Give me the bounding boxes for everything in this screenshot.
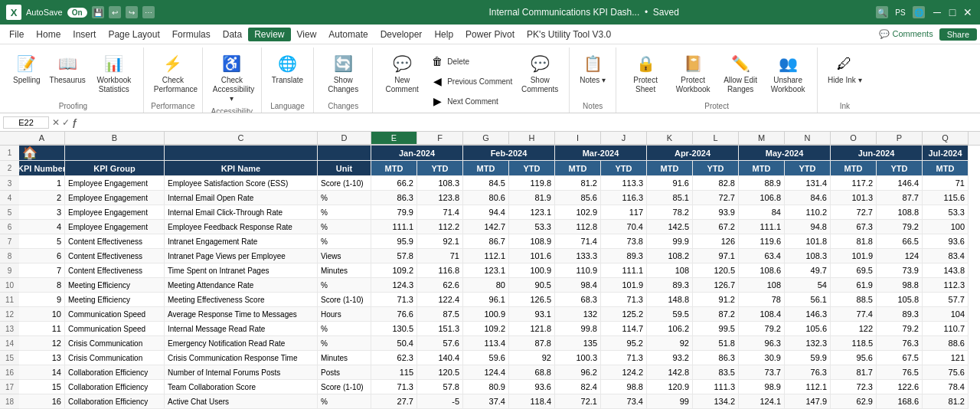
cell-val-9[interactable]: 54 bbox=[785, 278, 831, 292]
restore-button[interactable]: □ bbox=[946, 6, 959, 18]
cell-val-6[interactable]: 142.5 bbox=[647, 220, 693, 234]
protect-sheet-button[interactable]: 🔒 Protect Sheet bbox=[622, 49, 668, 97]
col-header-d[interactable]: D bbox=[318, 132, 371, 145]
cell-val-7[interactable]: 83.5 bbox=[693, 365, 739, 379]
cell-val-7[interactable]: 93.9 bbox=[693, 205, 739, 219]
cell-val-7[interactable]: 91.2 bbox=[693, 293, 739, 306]
cell-val-12[interactable]: 143.8 bbox=[923, 263, 969, 277]
cell-val-2[interactable]: 124.4 bbox=[463, 365, 509, 379]
cell-unit[interactable]: % bbox=[318, 394, 371, 408]
menu-insert[interactable]: Insert bbox=[67, 28, 102, 41]
cell-val-9[interactable]: 84.6 bbox=[785, 191, 831, 204]
cell-val-12[interactable]: 93.6 bbox=[923, 234, 969, 248]
cell-val-11[interactable]: 76.5 bbox=[877, 365, 923, 379]
cell-val-10[interactable]: 67.3 bbox=[831, 220, 877, 234]
cell-kpi-group[interactable]: Employee Engagement bbox=[65, 220, 165, 234]
redo-icon[interactable]: ↪ bbox=[126, 6, 138, 18]
header-jul-mtd[interactable]: MTD bbox=[923, 161, 969, 175]
cell-val-12[interactable]: 112.3 bbox=[923, 278, 969, 292]
cell-unit[interactable]: Score (1-10) bbox=[318, 293, 371, 306]
cell-unit[interactable]: % bbox=[318, 322, 371, 335]
cell-val-12[interactable]: 57.7 bbox=[923, 293, 969, 306]
cell-kpi-group[interactable]: Employee Engagement bbox=[65, 205, 165, 219]
cell-val-7[interactable]: 82.8 bbox=[693, 176, 739, 190]
cell-kpi-num[interactable]: 4 bbox=[19, 220, 65, 234]
cell-unit[interactable]: % bbox=[318, 234, 371, 248]
cell-val-6[interactable]: 89.3 bbox=[647, 278, 693, 292]
cell-val-1[interactable]: 71.4 bbox=[417, 205, 463, 219]
cell-val-5[interactable]: 70.4 bbox=[601, 220, 647, 234]
cell-val-7[interactable]: 126 bbox=[693, 234, 739, 248]
user-avatar[interactable]: PS bbox=[894, 6, 906, 18]
hide-ink-button[interactable]: 🖊 Hide Ink ▾ bbox=[824, 49, 865, 87]
cell-val-7[interactable]: 134.2 bbox=[693, 394, 739, 408]
cell-val-1[interactable]: 57.8 bbox=[417, 380, 463, 394]
cell-val-1[interactable]: 112.2 bbox=[417, 220, 463, 234]
menu-powerpivot[interactable]: Power Pivot bbox=[459, 28, 521, 41]
cell-val-11[interactable]: 67.5 bbox=[877, 351, 923, 365]
cell-m1-may[interactable]: May-2024 bbox=[739, 146, 831, 160]
col-header-j[interactable]: J bbox=[601, 132, 647, 145]
cell-unit[interactable]: Score (1-10) bbox=[318, 380, 371, 394]
cell-val-9[interactable]: 59.9 bbox=[785, 351, 831, 365]
cell-val-4[interactable]: 99.8 bbox=[555, 322, 601, 335]
search-icon[interactable]: 🔍 bbox=[876, 6, 888, 18]
cell-val-6[interactable]: 99 bbox=[647, 394, 693, 408]
autosave-toggle[interactable]: On bbox=[67, 8, 87, 18]
cell-k1-apr[interactable]: Apr-2024 bbox=[647, 146, 739, 160]
cell-val-3[interactable]: 92 bbox=[509, 351, 555, 365]
cell-val-1[interactable]: 71 bbox=[417, 249, 463, 263]
cell-val-9[interactable]: 146.3 bbox=[785, 307, 831, 321]
header-jan-mtd[interactable]: MTD bbox=[371, 161, 417, 175]
cell-val-11[interactable]: 79.2 bbox=[877, 220, 923, 234]
cell-kpi-name[interactable]: Intranet Page Views per Employee bbox=[165, 249, 318, 263]
cell-val-4[interactable]: 81.2 bbox=[555, 176, 601, 190]
cell-val-5[interactable]: 89.3 bbox=[601, 249, 647, 263]
cell-g1-feb[interactable]: Feb-2024 bbox=[463, 146, 555, 160]
cell-val-0[interactable]: 115 bbox=[371, 365, 417, 379]
cell-val-6[interactable]: 91.6 bbox=[647, 176, 693, 190]
cell-kpi-name[interactable]: Team Collaboration Score bbox=[165, 380, 318, 394]
menu-formulas[interactable]: Formulas bbox=[166, 28, 217, 41]
cell-val-8[interactable]: 108 bbox=[739, 278, 785, 292]
header-jan-ytd[interactable]: YTD bbox=[417, 161, 463, 175]
col-header-p[interactable]: P bbox=[877, 132, 923, 145]
header-kpi-name[interactable]: KPI Name bbox=[165, 161, 318, 175]
cell-val-6[interactable]: 108.2 bbox=[647, 249, 693, 263]
cell-kpi-num[interactable]: 13 bbox=[19, 351, 65, 365]
cell-val-2[interactable]: 109.2 bbox=[463, 322, 509, 335]
cell-val-10[interactable]: 118.5 bbox=[831, 336, 877, 350]
cell-val-7[interactable]: 99.5 bbox=[693, 322, 739, 335]
cell-kpi-name[interactable]: Emergency Notification Read Rate bbox=[165, 336, 318, 350]
show-changes-button[interactable]: 🔄 Show Changes bbox=[320, 49, 366, 97]
cell-val-11[interactable]: 66.5 bbox=[877, 234, 923, 248]
cell-val-8[interactable]: 108.6 bbox=[739, 263, 785, 277]
cell-val-8[interactable]: 88.9 bbox=[739, 176, 785, 190]
cell-val-3[interactable]: 81.9 bbox=[509, 191, 555, 204]
cell-val-10[interactable]: 69.5 bbox=[831, 263, 877, 277]
cell-val-11[interactable]: 124 bbox=[877, 249, 923, 263]
cell-val-10[interactable]: 101.3 bbox=[831, 191, 877, 204]
save-icon[interactable]: 💾 bbox=[92, 6, 104, 18]
col-header-f[interactable]: F bbox=[417, 132, 463, 145]
cell-val-3[interactable]: 123.1 bbox=[509, 205, 555, 219]
cell-val-2[interactable]: 59.6 bbox=[463, 351, 509, 365]
cell-kpi-group[interactable]: Crisis Communication bbox=[65, 336, 165, 350]
cell-val-3[interactable]: 93.1 bbox=[509, 307, 555, 321]
cell-val-7[interactable]: 72.7 bbox=[693, 191, 739, 204]
cell-val-0[interactable]: 95.9 bbox=[371, 234, 417, 248]
cell-kpi-num[interactable]: 10 bbox=[19, 307, 65, 321]
header-unit[interactable]: Unit bbox=[318, 161, 371, 175]
col-header-l[interactable]: L bbox=[693, 132, 739, 145]
col-header-o[interactable]: O bbox=[831, 132, 877, 145]
cell-b1[interactable] bbox=[65, 146, 165, 160]
cell-kpi-name[interactable]: Employee Feedback Response Rate bbox=[165, 220, 318, 234]
cell-val-4[interactable]: 100.3 bbox=[555, 351, 601, 365]
cell-val-10[interactable]: 62.9 bbox=[831, 394, 877, 408]
cell-kpi-num[interactable]: 3 bbox=[19, 205, 65, 219]
cell-kpi-name[interactable]: Average Response Time to Messages bbox=[165, 307, 318, 321]
cell-val-7[interactable]: 126.7 bbox=[693, 278, 739, 292]
cell-kpi-num[interactable]: 8 bbox=[19, 278, 65, 292]
cell-kpi-num[interactable]: 15 bbox=[19, 380, 65, 394]
cell-val-0[interactable]: 109.2 bbox=[371, 263, 417, 277]
